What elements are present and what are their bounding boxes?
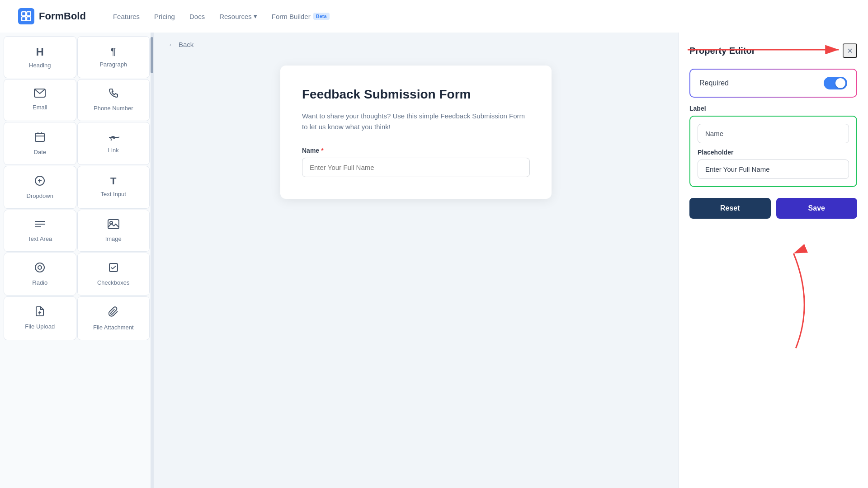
property-editor-header: Property Editor × bbox=[689, 43, 857, 58]
navbar: FormBold Features Pricing Docs Resources… bbox=[0, 0, 868, 33]
sidebar-item-image[interactable]: Image bbox=[77, 210, 150, 252]
sidebar-item-label: Checkboxes bbox=[97, 279, 130, 286]
field-label: Name * bbox=[302, 147, 530, 154]
property-editor-panel: Property Editor × Required Label Placeho… bbox=[678, 33, 868, 488]
logo-text: FormBold bbox=[39, 10, 86, 22]
sidebar-item-date[interactable]: Date bbox=[4, 122, 76, 165]
svg-rect-1 bbox=[22, 17, 26, 21]
sidebar-item-label: Paragraph bbox=[99, 61, 127, 68]
main-container: H Heading ¶ Paragraph Email bbox=[0, 33, 868, 488]
label-placeholder-section: Placeholder bbox=[689, 116, 857, 187]
toggle-knob bbox=[835, 78, 845, 88]
reset-button[interactable]: Reset bbox=[689, 198, 771, 219]
sidebar-item-file-upload[interactable]: File Upload bbox=[4, 296, 76, 340]
nav-form-builder[interactable]: Form Builder Beta bbox=[272, 13, 330, 20]
sidebar-item-heading[interactable]: H Heading bbox=[4, 36, 76, 78]
back-button[interactable]: ← Back bbox=[154, 33, 678, 56]
sidebar-item-label: Text Input bbox=[101, 191, 126, 197]
sidebar-item-paragraph[interactable]: ¶ Paragraph bbox=[77, 36, 150, 78]
svg-rect-0 bbox=[22, 12, 26, 16]
svg-point-19 bbox=[38, 266, 42, 269]
sidebar-item-label: Link bbox=[108, 147, 119, 154]
file-upload-icon bbox=[34, 306, 45, 319]
sidebar-item-label: Dropdown bbox=[27, 192, 53, 199]
required-star: * bbox=[321, 147, 323, 154]
text-area-icon bbox=[34, 219, 46, 232]
phone-icon bbox=[108, 89, 118, 101]
center-content: ← Back Feedback Submission Form Want to … bbox=[154, 33, 678, 488]
placeholder-section-title: Placeholder bbox=[698, 149, 849, 156]
logo[interactable]: FormBold bbox=[18, 8, 86, 24]
dropdown-icon bbox=[34, 175, 45, 189]
nav-features[interactable]: Features bbox=[113, 13, 140, 20]
sidebar-item-label: Phone Number bbox=[94, 105, 133, 112]
scrollbar[interactable] bbox=[151, 33, 153, 488]
sidebar-item-label: File Upload bbox=[25, 323, 55, 330]
required-label: Required bbox=[699, 79, 729, 87]
sidebar-item-radio[interactable]: Radio bbox=[4, 253, 76, 296]
sidebar-item-label: Date bbox=[34, 149, 46, 155]
svg-rect-16 bbox=[108, 220, 119, 229]
sidebar-item-label: Text Area bbox=[28, 235, 52, 242]
file-attachment-icon bbox=[108, 306, 118, 320]
scrollbar-thumb[interactable] bbox=[151, 37, 153, 73]
sidebar-item-file-attachment[interactable]: File Attachment bbox=[77, 296, 150, 340]
checkboxes-icon bbox=[108, 262, 119, 276]
svg-point-18 bbox=[35, 263, 44, 272]
property-editor-title: Property Editor bbox=[689, 46, 755, 56]
sidebar-item-label: Email bbox=[33, 104, 47, 111]
label-input[interactable] bbox=[698, 124, 849, 143]
form-description: Want to share your thoughts? Use this si… bbox=[302, 111, 530, 132]
nav-docs[interactable]: Docs bbox=[189, 13, 205, 20]
text-input-icon: T bbox=[110, 175, 116, 187]
sidebar-item-label: Image bbox=[105, 235, 122, 242]
nav-links: Features Pricing Docs Resources ▾ Form B… bbox=[113, 12, 330, 20]
sidebar-item-text-area[interactable]: Text Area bbox=[4, 210, 76, 252]
sidebar-item-email[interactable]: Email bbox=[4, 79, 76, 121]
email-icon bbox=[34, 89, 46, 100]
name-input[interactable] bbox=[302, 158, 530, 177]
nav-resources[interactable]: Resources ▾ bbox=[219, 12, 257, 20]
sidebar-item-link[interactable]: Link bbox=[77, 122, 150, 165]
back-arrow-icon: ← bbox=[168, 41, 175, 48]
sidebar-item-checkboxes[interactable]: Checkboxes bbox=[77, 253, 150, 296]
form-title: Feedback Submission Form bbox=[302, 87, 530, 102]
sidebar-grid: H Heading ¶ Paragraph Email bbox=[0, 33, 153, 344]
sidebar-item-phone-number[interactable]: Phone Number bbox=[77, 79, 150, 121]
sidebar-item-label: Radio bbox=[32, 279, 47, 286]
sidebar-item-label: Heading bbox=[29, 62, 51, 69]
sidebar-item-label: File Attachment bbox=[93, 324, 134, 331]
form-card: Feedback Submission Form Want to share y… bbox=[280, 66, 552, 199]
radio-icon bbox=[34, 262, 45, 276]
sidebar-item-dropdown[interactable]: Dropdown bbox=[4, 166, 76, 209]
beta-badge: Beta bbox=[313, 13, 330, 20]
heading-icon: H bbox=[36, 46, 44, 58]
required-toggle-row: Required bbox=[689, 69, 857, 98]
date-icon bbox=[34, 131, 45, 145]
sidebar: H Heading ¶ Paragraph Email bbox=[0, 33, 154, 488]
chevron-down-icon: ▾ bbox=[254, 12, 257, 20]
logo-icon bbox=[18, 8, 34, 24]
action-buttons: Reset Save bbox=[689, 198, 857, 219]
svg-rect-3 bbox=[27, 17, 31, 21]
close-button[interactable]: × bbox=[843, 43, 857, 58]
name-field: Name * bbox=[302, 147, 530, 177]
save-button[interactable]: Save bbox=[776, 198, 858, 219]
svg-rect-2 bbox=[27, 12, 31, 16]
placeholder-input[interactable] bbox=[698, 160, 849, 179]
paragraph-icon: ¶ bbox=[111, 46, 116, 57]
label-section-title: Label bbox=[689, 105, 857, 112]
sidebar-item-text-input[interactable]: T Text Input bbox=[77, 166, 150, 209]
link-icon bbox=[108, 131, 119, 143]
required-toggle[interactable] bbox=[824, 77, 847, 89]
svg-rect-5 bbox=[35, 133, 44, 141]
image-icon bbox=[108, 219, 119, 232]
nav-pricing[interactable]: Pricing bbox=[154, 13, 175, 20]
